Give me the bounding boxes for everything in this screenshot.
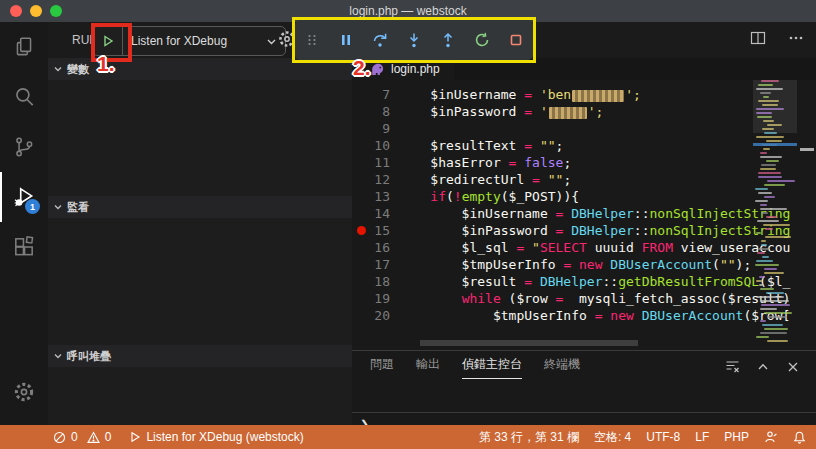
code-line[interactable]: 19 while ($row = mysqli_fetch_assoc($res…	[352, 290, 816, 307]
code-line[interactable]: 13 if(!empty($_POST)){	[352, 188, 816, 205]
debug-status[interactable]: Listen for XDebug (webstock)	[129, 430, 303, 444]
vscode-window: login.php — webstock 1 RUN Listen	[0, 0, 816, 449]
line-number[interactable]: 12	[352, 171, 399, 188]
code-line[interactable]: 14 $inUsername = DBHelper::nonSqlInjectS…	[352, 205, 816, 222]
code-line[interactable]: 7 $inUsername = 'ben';	[352, 86, 816, 103]
close-panel-icon[interactable]	[786, 360, 800, 374]
status-right: 第 33 行，第 31 欄 空格: 4 UTF-8 LF PHP	[479, 429, 806, 446]
code-line[interactable]: 9	[352, 120, 816, 137]
activity-explorer[interactable]	[0, 22, 48, 72]
code-line[interactable]: 11 $hasError = false;	[352, 154, 816, 171]
warning-triangle-icon	[87, 431, 100, 444]
code-line[interactable]: 17 $tmpUserInfo = new DBUserAccount("");	[352, 256, 816, 273]
breakpoint-dot[interactable]	[357, 226, 366, 235]
activity-search[interactable]	[0, 72, 48, 122]
section-watch-label: 監看	[67, 200, 89, 215]
line-number[interactable]: 8	[352, 103, 399, 120]
window-title: login.php — webstock	[349, 4, 466, 18]
minimap-current-line-marker	[753, 143, 797, 146]
maximize-panel-icon[interactable]	[756, 360, 770, 374]
step-out-button[interactable]	[439, 32, 456, 49]
play-outline-icon	[129, 431, 141, 443]
line-number[interactable]: 15	[352, 222, 399, 239]
gear-icon	[12, 380, 36, 404]
restart-button[interactable]	[473, 32, 490, 49]
section-call-stack-label: 呼叫堆疊	[67, 349, 111, 364]
line-number[interactable]: 14	[352, 205, 399, 222]
code-lines: 7 $inUsername = 'ben';8 $inPassword = ''…	[352, 86, 816, 324]
debug-sidebar: 變數 監看 呼叫堆疊	[48, 58, 352, 425]
code-line[interactable]: 16 $l_sql = "SELECT uuuid FROM view_user…	[352, 239, 816, 256]
line-number[interactable]: 9	[352, 120, 399, 137]
more-actions-icon[interactable]	[788, 30, 804, 46]
pause-button[interactable]	[338, 32, 355, 49]
code-line[interactable]: 10 $resultText = "";	[352, 137, 816, 154]
tab-terminal[interactable]: 終端機	[544, 356, 580, 379]
window-controls	[10, 0, 62, 22]
bell-icon[interactable]	[793, 431, 806, 444]
chevron-down-icon	[53, 351, 63, 361]
search-icon	[12, 85, 36, 109]
line-number[interactable]: 20	[352, 307, 399, 324]
close-window-button[interactable]	[10, 5, 22, 17]
step-into-button[interactable]	[406, 32, 423, 49]
code-editor[interactable]: 7 $inUsername = 'ben';8 $inPassword = ''…	[352, 80, 816, 356]
code-line[interactable]: 12 $redirectUrl = "";	[352, 171, 816, 188]
section-variables-label: 變數	[67, 62, 89, 77]
panel-actions	[725, 359, 800, 374]
annotation-step-1: 1.	[97, 52, 115, 76]
files-icon	[12, 35, 36, 59]
feedback-icon[interactable]	[764, 430, 778, 444]
extensions-icon	[12, 235, 36, 259]
indent-setting[interactable]: 空格: 4	[594, 429, 631, 446]
overview-ruler[interactable]	[797, 80, 816, 350]
line-number[interactable]: 10	[352, 137, 399, 154]
code-line[interactable]: 8 $inPassword = '';	[352, 103, 816, 120]
tab-problems[interactable]: 問題	[370, 356, 394, 379]
line-number[interactable]: 11	[352, 154, 399, 171]
section-call-stack[interactable]: 呼叫堆疊	[48, 345, 352, 367]
line-number[interactable]: 7	[352, 86, 399, 103]
code-line[interactable]: 20 $tmpUserInfo = new DBUserAccount($row…	[352, 307, 816, 324]
tab-debug-console[interactable]: 偵錯主控台	[462, 356, 522, 379]
debug-toolbar	[295, 20, 533, 60]
overview-ruler-marker	[800, 148, 814, 151]
problems-status[interactable]: 0 0	[53, 430, 111, 444]
activity-run-and-debug[interactable]: 1	[0, 172, 48, 222]
error-circle-icon	[53, 431, 66, 444]
section-watch[interactable]: 監看	[48, 196, 352, 218]
debug-config-dropdown[interactable]: Listen for XDebug	[123, 34, 258, 48]
bottom-panel: 問題 輸出 偵錯主控台 終端機 ❯	[352, 350, 816, 426]
activity-extensions[interactable]	[0, 222, 48, 272]
cursor-position[interactable]: 第 33 行，第 31 欄	[479, 429, 579, 446]
line-number[interactable]: 19	[352, 290, 399, 307]
horizontal-scrollbar[interactable]	[420, 340, 638, 346]
language-mode[interactable]: PHP	[724, 430, 749, 444]
php-elephant-icon	[370, 62, 385, 76]
stop-button[interactable]	[507, 32, 524, 49]
call-stack-body	[48, 367, 352, 425]
line-number[interactable]: 18	[352, 273, 399, 290]
code-line[interactable]: 18 $result = DBHelper::getDbResultFromSQ…	[352, 273, 816, 290]
highlight-box-yellow	[292, 17, 536, 63]
split-editor-icon[interactable]	[750, 30, 766, 46]
clear-console-icon[interactable]	[725, 359, 740, 374]
debug-status-label: Listen for XDebug (webstock)	[146, 430, 303, 444]
minimize-window-button[interactable]	[30, 5, 42, 17]
line-number[interactable]: 16	[352, 239, 399, 256]
minimap-slider[interactable]	[753, 80, 797, 133]
line-number[interactable]: 17	[352, 256, 399, 273]
activity-source-control[interactable]	[0, 122, 48, 172]
activity-settings[interactable]	[0, 367, 48, 417]
line-number[interactable]: 13	[352, 188, 399, 205]
watch-body	[48, 218, 352, 345]
zoom-window-button[interactable]	[50, 5, 62, 17]
code-line[interactable]: 15 $inPassword = DBHelper::nonSqlInjectS…	[352, 222, 816, 239]
eol-setting[interactable]: LF	[695, 430, 709, 444]
tab-output[interactable]: 輸出	[416, 356, 440, 379]
censored-text	[572, 90, 624, 102]
encoding-setting[interactable]: UTF-8	[646, 430, 680, 444]
drag-grip-icon[interactable]	[304, 32, 321, 49]
step-over-button[interactable]	[372, 32, 389, 49]
annotation-step-2: 2.	[353, 56, 371, 80]
